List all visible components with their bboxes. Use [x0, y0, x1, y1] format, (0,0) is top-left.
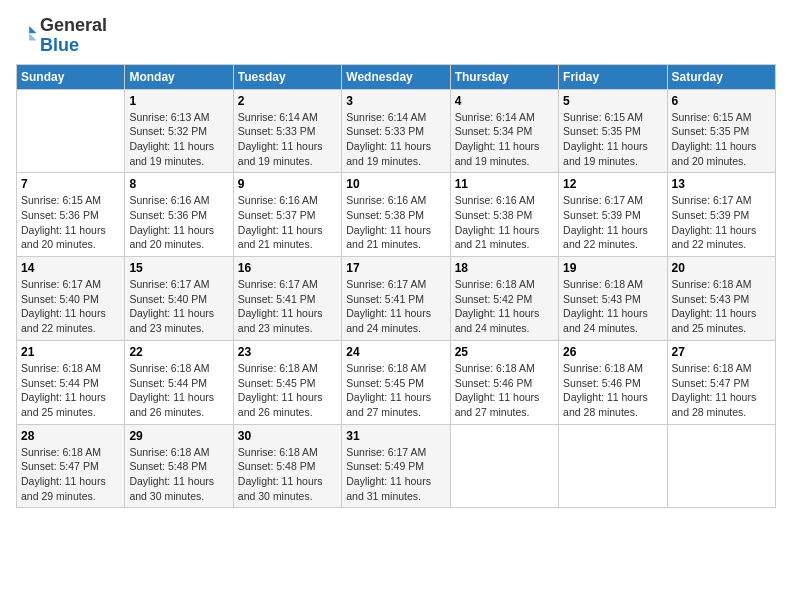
day-info: Sunrise: 6:18 AMSunset: 5:47 PMDaylight:…: [21, 445, 120, 504]
day-number: 13: [672, 177, 771, 191]
day-info: Sunrise: 6:17 AMSunset: 5:41 PMDaylight:…: [346, 277, 445, 336]
day-info: Sunrise: 6:18 AMSunset: 5:48 PMDaylight:…: [238, 445, 337, 504]
day-info: Sunrise: 6:18 AMSunset: 5:43 PMDaylight:…: [672, 277, 771, 336]
day-cell: 31 Sunrise: 6:17 AMSunset: 5:49 PMDaylig…: [342, 424, 450, 508]
day-cell: 2 Sunrise: 6:14 AMSunset: 5:33 PMDayligh…: [233, 89, 341, 173]
day-cell: 10 Sunrise: 6:16 AMSunset: 5:38 PMDaylig…: [342, 173, 450, 257]
day-cell: 9 Sunrise: 6:16 AMSunset: 5:37 PMDayligh…: [233, 173, 341, 257]
day-number: 24: [346, 345, 445, 359]
week-row-1: 1 Sunrise: 6:13 AMSunset: 5:32 PMDayligh…: [17, 89, 776, 173]
week-row-5: 28 Sunrise: 6:18 AMSunset: 5:47 PMDaylig…: [17, 424, 776, 508]
day-cell: 22 Sunrise: 6:18 AMSunset: 5:44 PMDaylig…: [125, 340, 233, 424]
day-number: 15: [129, 261, 228, 275]
day-cell: 18 Sunrise: 6:18 AMSunset: 5:42 PMDaylig…: [450, 257, 558, 341]
day-cell: 16 Sunrise: 6:17 AMSunset: 5:41 PMDaylig…: [233, 257, 341, 341]
day-number: 7: [21, 177, 120, 191]
logo-text-line1: General: [40, 16, 107, 36]
day-number: 17: [346, 261, 445, 275]
day-cell: 14 Sunrise: 6:17 AMSunset: 5:40 PMDaylig…: [17, 257, 125, 341]
day-cell: 25 Sunrise: 6:18 AMSunset: 5:46 PMDaylig…: [450, 340, 558, 424]
day-info: Sunrise: 6:17 AMSunset: 5:39 PMDaylight:…: [672, 193, 771, 252]
day-number: 18: [455, 261, 554, 275]
day-info: Sunrise: 6:18 AMSunset: 5:47 PMDaylight:…: [672, 361, 771, 420]
day-cell: 21 Sunrise: 6:18 AMSunset: 5:44 PMDaylig…: [17, 340, 125, 424]
day-info: Sunrise: 6:16 AMSunset: 5:37 PMDaylight:…: [238, 193, 337, 252]
day-info: Sunrise: 6:18 AMSunset: 5:45 PMDaylight:…: [238, 361, 337, 420]
day-cell: [17, 89, 125, 173]
day-cell: [559, 424, 667, 508]
day-number: 31: [346, 429, 445, 443]
day-number: 11: [455, 177, 554, 191]
day-cell: 8 Sunrise: 6:16 AMSunset: 5:36 PMDayligh…: [125, 173, 233, 257]
day-info: Sunrise: 6:14 AMSunset: 5:33 PMDaylight:…: [238, 110, 337, 169]
day-number: 3: [346, 94, 445, 108]
header-cell-monday: Monday: [125, 64, 233, 89]
day-cell: 13 Sunrise: 6:17 AMSunset: 5:39 PMDaylig…: [667, 173, 775, 257]
day-cell: 3 Sunrise: 6:14 AMSunset: 5:33 PMDayligh…: [342, 89, 450, 173]
header-cell-thursday: Thursday: [450, 64, 558, 89]
day-cell: 27 Sunrise: 6:18 AMSunset: 5:47 PMDaylig…: [667, 340, 775, 424]
day-number: 6: [672, 94, 771, 108]
day-info: Sunrise: 6:18 AMSunset: 5:46 PMDaylight:…: [455, 361, 554, 420]
header-cell-tuesday: Tuesday: [233, 64, 341, 89]
day-number: 26: [563, 345, 662, 359]
day-number: 10: [346, 177, 445, 191]
day-info: Sunrise: 6:17 AMSunset: 5:39 PMDaylight:…: [563, 193, 662, 252]
day-cell: 11 Sunrise: 6:16 AMSunset: 5:38 PMDaylig…: [450, 173, 558, 257]
day-cell: 5 Sunrise: 6:15 AMSunset: 5:35 PMDayligh…: [559, 89, 667, 173]
logo-icon: [16, 23, 38, 45]
day-info: Sunrise: 6:17 AMSunset: 5:40 PMDaylight:…: [129, 277, 228, 336]
day-number: 4: [455, 94, 554, 108]
day-info: Sunrise: 6:18 AMSunset: 5:46 PMDaylight:…: [563, 361, 662, 420]
day-info: Sunrise: 6:17 AMSunset: 5:49 PMDaylight:…: [346, 445, 445, 504]
day-number: 23: [238, 345, 337, 359]
day-info: Sunrise: 6:18 AMSunset: 5:44 PMDaylight:…: [21, 361, 120, 420]
day-info: Sunrise: 6:18 AMSunset: 5:43 PMDaylight:…: [563, 277, 662, 336]
svg-marker-1: [29, 33, 36, 40]
day-info: Sunrise: 6:16 AMSunset: 5:38 PMDaylight:…: [346, 193, 445, 252]
day-cell: 6 Sunrise: 6:15 AMSunset: 5:35 PMDayligh…: [667, 89, 775, 173]
day-cell: 26 Sunrise: 6:18 AMSunset: 5:46 PMDaylig…: [559, 340, 667, 424]
day-number: 16: [238, 261, 337, 275]
day-number: 20: [672, 261, 771, 275]
day-cell: 29 Sunrise: 6:18 AMSunset: 5:48 PMDaylig…: [125, 424, 233, 508]
day-cell: 19 Sunrise: 6:18 AMSunset: 5:43 PMDaylig…: [559, 257, 667, 341]
day-cell: 1 Sunrise: 6:13 AMSunset: 5:32 PMDayligh…: [125, 89, 233, 173]
day-number: 21: [21, 345, 120, 359]
day-cell: 12 Sunrise: 6:17 AMSunset: 5:39 PMDaylig…: [559, 173, 667, 257]
day-cell: 7 Sunrise: 6:15 AMSunset: 5:36 PMDayligh…: [17, 173, 125, 257]
day-number: 29: [129, 429, 228, 443]
day-info: Sunrise: 6:18 AMSunset: 5:42 PMDaylight:…: [455, 277, 554, 336]
day-number: 22: [129, 345, 228, 359]
day-number: 9: [238, 177, 337, 191]
day-cell: 28 Sunrise: 6:18 AMSunset: 5:47 PMDaylig…: [17, 424, 125, 508]
header: General Blue: [16, 16, 776, 56]
week-row-4: 21 Sunrise: 6:18 AMSunset: 5:44 PMDaylig…: [17, 340, 776, 424]
day-info: Sunrise: 6:16 AMSunset: 5:36 PMDaylight:…: [129, 193, 228, 252]
day-number: 14: [21, 261, 120, 275]
day-number: 19: [563, 261, 662, 275]
day-cell: 20 Sunrise: 6:18 AMSunset: 5:43 PMDaylig…: [667, 257, 775, 341]
day-info: Sunrise: 6:15 AMSunset: 5:36 PMDaylight:…: [21, 193, 120, 252]
day-number: 25: [455, 345, 554, 359]
day-info: Sunrise: 6:17 AMSunset: 5:41 PMDaylight:…: [238, 277, 337, 336]
calendar-table: SundayMondayTuesdayWednesdayThursdayFrid…: [16, 64, 776, 509]
day-number: 27: [672, 345, 771, 359]
day-cell: 30 Sunrise: 6:18 AMSunset: 5:48 PMDaylig…: [233, 424, 341, 508]
day-number: 30: [238, 429, 337, 443]
logo: General Blue: [16, 16, 107, 56]
day-number: 28: [21, 429, 120, 443]
day-number: 5: [563, 94, 662, 108]
day-info: Sunrise: 6:18 AMSunset: 5:44 PMDaylight:…: [129, 361, 228, 420]
day-info: Sunrise: 6:15 AMSunset: 5:35 PMDaylight:…: [672, 110, 771, 169]
day-info: Sunrise: 6:18 AMSunset: 5:48 PMDaylight:…: [129, 445, 228, 504]
day-number: 2: [238, 94, 337, 108]
day-cell: 23 Sunrise: 6:18 AMSunset: 5:45 PMDaylig…: [233, 340, 341, 424]
day-cell: [667, 424, 775, 508]
day-info: Sunrise: 6:15 AMSunset: 5:35 PMDaylight:…: [563, 110, 662, 169]
week-row-3: 14 Sunrise: 6:17 AMSunset: 5:40 PMDaylig…: [17, 257, 776, 341]
day-info: Sunrise: 6:14 AMSunset: 5:33 PMDaylight:…: [346, 110, 445, 169]
week-row-2: 7 Sunrise: 6:15 AMSunset: 5:36 PMDayligh…: [17, 173, 776, 257]
day-info: Sunrise: 6:13 AMSunset: 5:32 PMDaylight:…: [129, 110, 228, 169]
day-cell: 17 Sunrise: 6:17 AMSunset: 5:41 PMDaylig…: [342, 257, 450, 341]
